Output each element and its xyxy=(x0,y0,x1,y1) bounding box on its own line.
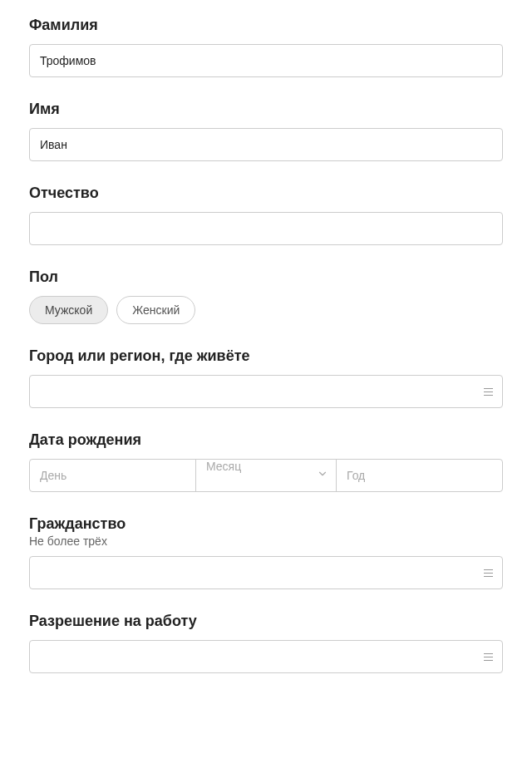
firstname-input[interactable] xyxy=(29,128,503,161)
gender-field: Пол Мужской Женский xyxy=(29,268,503,324)
work-permit-select-wrapper xyxy=(29,640,503,673)
birthdate-month-select[interactable]: Месяц xyxy=(195,459,337,492)
birthdate-year-input[interactable] xyxy=(336,459,503,492)
citizenship-select[interactable] xyxy=(29,556,503,589)
lastname-label: Фамилия xyxy=(29,17,503,34)
gender-radio-group: Мужской Женский xyxy=(29,296,503,324)
citizenship-sublabel: Не более трёх xyxy=(29,534,503,548)
city-label: Город или регион, где живёте xyxy=(29,347,503,365)
gender-female-option[interactable]: Женский xyxy=(116,296,195,324)
lastname-field: Фамилия xyxy=(29,17,503,77)
birthdate-label: Дата рождения xyxy=(29,431,503,449)
birthdate-group: Месяц xyxy=(29,459,503,492)
city-field: Город или регион, где живёте xyxy=(29,347,503,408)
patronymic-field: Отчество xyxy=(29,185,503,245)
patronymic-input[interactable] xyxy=(29,212,503,245)
work-permit-label: Разрешение на работу xyxy=(29,613,503,630)
gender-label: Пол xyxy=(29,268,503,286)
lastname-input[interactable] xyxy=(29,44,503,77)
firstname-label: Имя xyxy=(29,101,503,118)
city-select-wrapper xyxy=(29,375,503,408)
work-permit-field: Разрешение на работу xyxy=(29,613,503,673)
gender-male-option[interactable]: Мужской xyxy=(29,296,108,324)
work-permit-select[interactable] xyxy=(29,640,503,673)
city-select[interactable] xyxy=(29,375,503,408)
citizenship-label: Гражданство xyxy=(29,515,503,533)
patronymic-label: Отчество xyxy=(29,185,503,202)
firstname-field: Имя xyxy=(29,101,503,161)
birthdate-day-input[interactable] xyxy=(29,459,196,492)
citizenship-field: Гражданство Не более трёх xyxy=(29,515,503,589)
birthdate-field: Дата рождения Месяц xyxy=(29,431,503,492)
birthdate-month-wrapper: Месяц xyxy=(195,459,337,492)
citizenship-select-wrapper xyxy=(29,556,503,589)
